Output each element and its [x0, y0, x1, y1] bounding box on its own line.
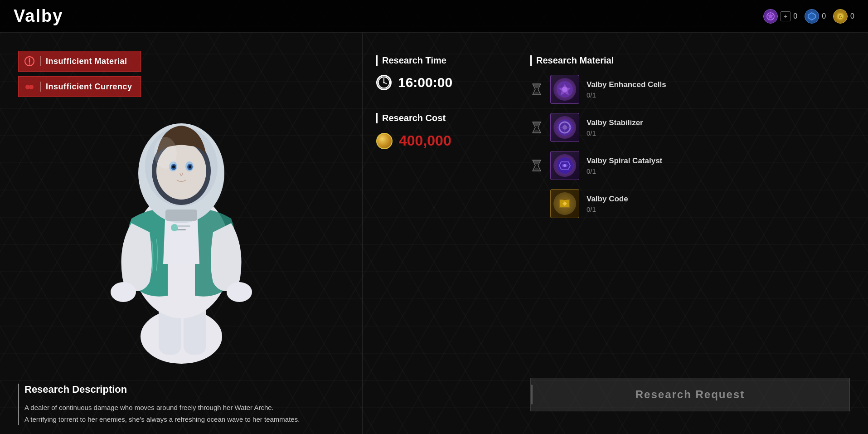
svg-point-36	[383, 82, 384, 83]
header-divider	[0, 33, 868, 33]
badge-divider-2	[40, 82, 41, 92]
main-container: Insufficient Material Insufficient Curre…	[0, 33, 868, 434]
material-name: Valby Enhanced Cells	[587, 80, 850, 89]
page-title: Valby	[14, 6, 63, 26]
insufficient-currency-text: Insufficient Currency	[46, 82, 132, 92]
purple-currency-icon	[763, 9, 778, 24]
warning-badges: Insufficient Material Insufficient Curre…	[18, 51, 141, 97]
research-material-label: Research Material	[530, 55, 850, 66]
material-warning-icon	[23, 55, 36, 68]
material-info: Valby Spiral Catalyst 0/1	[587, 156, 850, 175]
research-desc-text: A dealer of continuous damage who moves …	[24, 402, 344, 425]
list-item: Valby Code 0/1	[530, 189, 850, 218]
research-button-container: Research Request	[530, 364, 850, 411]
material-image	[553, 154, 576, 177]
material-thumbnail	[550, 151, 579, 180]
svg-rect-32	[177, 229, 186, 230]
material-info: Valby Stabilizer 0/1	[587, 118, 850, 137]
purple-currency-value: 0	[793, 12, 797, 20]
research-cost-label: Research Cost	[376, 113, 498, 123]
svg-point-9	[29, 63, 30, 65]
gold-coin-icon	[376, 133, 393, 149]
svg-point-25	[189, 166, 191, 169]
hourglass-icon	[530, 159, 543, 172]
material-thumbnail	[550, 75, 579, 104]
insufficient-currency-badge: Insufficient Currency	[18, 76, 141, 97]
material-image	[553, 192, 576, 215]
middle-panel: Research Time 16:00:00 Research Cost 400	[363, 33, 512, 434]
svg-point-28	[111, 282, 136, 302]
material-count: 0/1	[587, 205, 850, 213]
material-list: Valby Enhanced Cells 0/1	[530, 75, 850, 364]
material-image	[553, 78, 576, 101]
badge-divider	[40, 56, 41, 66]
material-info: Valby Code 0/1	[587, 195, 850, 213]
character-display	[68, 69, 295, 364]
research-description-section: Research Description A dealer of continu…	[18, 384, 344, 425]
svg-point-43	[563, 164, 566, 167]
gold-currency-value: 0	[850, 12, 854, 20]
svg-point-29	[227, 282, 252, 302]
material-count: 0/1	[587, 91, 850, 99]
cost-display: 400,000	[399, 132, 451, 149]
hourglass-icon	[530, 83, 543, 96]
research-time-section: Research Time 16:00:00	[376, 55, 498, 90]
svg-point-26	[154, 137, 177, 169]
svg-point-24	[172, 166, 175, 169]
currency-warning-icon	[23, 80, 36, 93]
list-item: Valby Spiral Catalyst 0/1	[530, 151, 850, 180]
add-purple-currency-button[interactable]: +	[781, 11, 790, 21]
time-display: 16:00:00	[398, 75, 452, 90]
header-bar: Valby + 0 0 G 0	[0, 0, 868, 33]
material-image	[553, 116, 576, 139]
material-name: Valby Stabilizer	[587, 118, 850, 127]
material-thumbnail	[550, 113, 579, 142]
blue-currency-value: 0	[822, 12, 826, 20]
blue-currency-icon	[805, 9, 819, 24]
material-name: Valby Spiral Catalyst	[587, 156, 850, 166]
character-figure	[86, 83, 276, 364]
list-item: Valby Stabilizer 0/1	[530, 113, 850, 142]
clock-icon	[376, 75, 392, 90]
svg-rect-31	[177, 225, 190, 227]
research-cost-value: 400,000	[376, 132, 498, 149]
currency-blue: 0	[805, 9, 826, 24]
svg-point-38	[562, 87, 567, 92]
gold-currency-icon: G	[833, 9, 848, 24]
svg-text:G: G	[839, 15, 842, 19]
research-cost-section: Research Cost 400,000	[376, 113, 498, 149]
material-info: Valby Enhanced Cells 0/1	[587, 80, 850, 99]
research-time-value: 16:00:00	[376, 75, 498, 90]
currency-bar: + 0 0 G 0	[763, 9, 854, 24]
svg-rect-27	[165, 210, 197, 221]
left-panel: Insufficient Material Insufficient Curre…	[0, 33, 363, 434]
svg-point-11	[29, 85, 34, 89]
svg-rect-46	[563, 198, 567, 200]
insufficient-material-text: Insufficient Material	[46, 57, 127, 66]
research-desc-title: Research Description	[24, 384, 344, 395]
list-item: Valby Enhanced Cells 0/1	[530, 75, 850, 104]
currency-gold: G 0	[833, 9, 854, 24]
material-thumbnail	[550, 189, 579, 218]
material-count: 0/1	[587, 129, 850, 137]
svg-marker-3	[810, 14, 814, 19]
material-name: Valby Code	[587, 195, 850, 204]
material-count: 0/1	[587, 167, 850, 175]
research-time-label: Research Time	[376, 55, 498, 66]
currency-purple: + 0	[763, 9, 797, 24]
insufficient-material-badge: Insufficient Material	[18, 51, 141, 72]
research-request-button[interactable]: Research Request	[530, 378, 850, 411]
right-panel: Research Material	[512, 33, 868, 434]
hourglass-icon	[530, 121, 543, 134]
